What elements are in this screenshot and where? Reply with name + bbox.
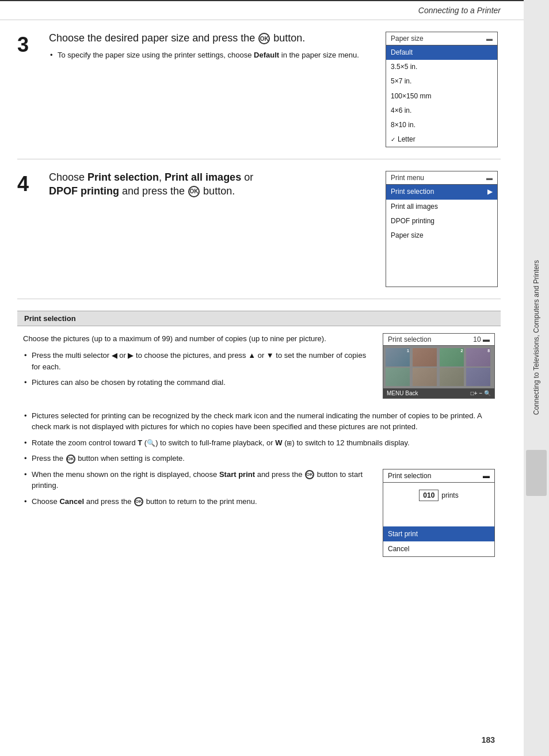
ps-bullet-1: Press the multi selector ◀ or ▶ to choos… [23,350,371,372]
photo-footer-left: MENU Back [387,390,418,396]
ok-btn-inline-3: OK [134,497,143,506]
paper-size-default: Default [386,45,497,60]
photo-grid: 1 2 [383,346,494,388]
menu-spacer3 [386,272,497,286]
ok-btn-inline-2: OK [305,470,314,479]
menu-print-selection: Print selection▶ [386,185,497,199]
bc-bullet-5: Press the OK button when setting is comp… [23,453,495,464]
ok-btn-inline-1: OK [66,455,75,464]
photo-1: 1 [386,348,410,366]
step-3-image: Paper size ▬ Default 3.5×5 in. 5×7 in. 1… [386,32,501,147]
photo-footer-right: □+ − 🔍 [471,390,491,396]
main-content: 3 Choose the desired paper size and pres… [0,20,524,568]
paper-size-letter: ✓Letter [386,132,497,147]
ps-text: Choose the pictures (up to a maximum of … [23,333,371,407]
bc-bullet-3: Pictures selected for printing can be re… [23,410,495,433]
photo-count: 10 ▬ [473,335,490,343]
header-icon-4: ▬ [486,174,493,181]
bottom-content: Pictures selected for printing can be re… [17,410,501,557]
step-3-bullet: To specify the paper size using the prin… [55,49,374,61]
step-3-number: 3 [17,35,37,147]
step-4-number: 4 [17,174,37,287]
ps-images-area: Print selection 10 ▬ 1 [383,333,495,407]
page-container: Connecting to a Printer 3 Choose the des… [0,0,524,756]
prints-label: prints [441,491,458,499]
bc-bullet-4: Rotate the zoom control toward T (🔍) to … [23,437,495,449]
photo-7 [440,368,464,386]
paper-size-8x10: 8×10 in. [386,118,497,132]
menu-spacer1 [386,243,497,257]
step-4-section: 4 Choose Print selection, Print all imag… [17,171,501,299]
step-4-image: Print menu ▬ Print selection▶ Print all … [386,171,501,287]
paper-size-header: Paper size ▬ [386,32,497,45]
ps2-ui-box: Print selection ▬ 010 prints Start print… [383,469,495,557]
photo-5 [386,368,410,386]
bc-bullet-7: Choose Cancel and press the OK button to… [23,496,371,507]
paper-size-4x6: 4×6 in. [386,104,497,118]
sidebar-rotated-text: Connecting to Televisions, Computers and… [532,260,540,415]
bc-bullet-6: When the menu shown on the right is disp… [23,469,371,491]
ps-desc: Choose the pictures (up to a maximum of … [23,333,371,345]
step-3-section: 3 Choose the desired paper size and pres… [17,32,501,159]
photo-6 [413,368,437,386]
bc-two-col: When the menu shown on the right is disp… [23,469,495,557]
right-sidebar: Connecting to Televisions, Computers and… [524,0,549,756]
paper-size-ui: Paper size ▬ Default 3.5×5 in. 5×7 in. 1… [386,32,498,147]
step-4-content: Choose Print selection, Print all images… [49,171,374,287]
step-4-title: Choose Print selection, Print all images… [49,171,374,198]
header-title: Connecting to a Printer [418,6,501,15]
ps2-cancel: Cancel [383,541,494,556]
ok-button-icon-3: OK [258,33,270,44]
ps2-icon: ▬ [483,472,490,480]
step-3-content: Choose the desired paper size and press … [49,32,374,147]
photo-ui-box: Print selection 10 ▬ 1 [383,333,495,399]
ps2-spacer [383,508,494,526]
header-icon-3: ▬ [486,35,493,42]
print-menu-header: Print menu ▬ [386,171,497,185]
bc-left: When the menu shown on the right is disp… [23,469,371,557]
print-menu-ui: Print menu ▬ Print selection▶ Print all … [386,171,498,287]
photo-ui-title: Print selection [388,335,431,343]
menu-print-all: Print all images [386,200,497,214]
ps-bullet-2: Pictures can also be chosen by rotating … [23,377,371,388]
photo-2 [413,348,437,366]
photo-ui-header: Print selection 10 ▬ [383,334,494,346]
bc-right: Print selection ▬ 010 prints Start print… [383,469,495,557]
ps2-prints-row: 010 prints [383,483,494,508]
ps2-title: Print selection [388,472,431,480]
ps2-start-print: Start print [383,526,494,541]
paper-size-100x150: 100×150 mm [386,89,497,104]
photo-8 [466,368,490,386]
menu-spacer2 [386,257,497,272]
menu-dpof: DPOF printing [386,214,497,228]
print-selection-section: Print selection Choose the pictures (up … [17,311,501,557]
sidebar-decoration [526,450,547,496]
ps2-ui-header: Print selection ▬ [383,469,494,483]
page-header: Connecting to a Printer [0,0,524,20]
paper-size-5x7: 5×7 in. [386,74,497,89]
menu-paper-size: Paper size [386,228,497,243]
print-selection-content: Choose the pictures (up to a maximum of … [17,333,501,407]
print-selection-header: Print selection [17,311,501,326]
prints-value: 010 [419,490,439,501]
page-number: 183 [482,735,495,744]
paper-size-35x5: 3.5×5 in. [386,60,497,74]
ok-button-icon-4: OK [188,186,200,197]
photo-3: 2 [440,348,464,366]
photo-4: 8 [466,348,490,366]
photo-footer: MENU Back □+ − 🔍 [383,388,494,398]
step-3-title: Choose the desired paper size and press … [49,32,374,45]
